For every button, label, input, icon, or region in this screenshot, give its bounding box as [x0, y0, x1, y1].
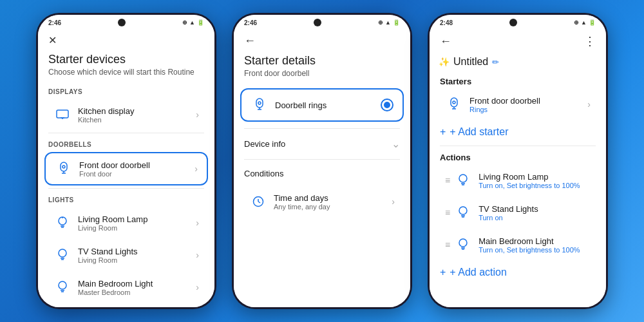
time-days-text: Time and days Any time, any day [274, 193, 392, 211]
list-item-action-tv-lights[interactable]: ≡ TV Stand Lights Turn on [436, 197, 600, 228]
chevron-time: › [392, 196, 395, 207]
chevron-bedroom: › [196, 282, 199, 292]
divider-2 [48, 188, 204, 189]
living-room-lamp-text: Living Room Lamp Living Room [78, 214, 196, 232]
page-subtitle-1: Choose which device will start this Rout… [38, 68, 214, 83]
doorbell-rings-text: Doorbell rings [275, 100, 381, 110]
main-bedroom-light-text: Main Bedroom Light Master Bedroom [78, 279, 196, 296]
doorbell-icon-1 [55, 160, 73, 178]
svg-point-4 [62, 166, 65, 168]
starter-doorbell-text: Front door doorbell Rings [469, 96, 587, 113]
camera-notch-3 [509, 19, 517, 26]
list-item-action-bedroom[interactable]: ≡ Main Bedroom Light Turn on, Set bright… [436, 229, 600, 260]
phone-3: 2:48 ⊕ ▲ 🔋 ← ⋮ ✨ Untitled ✏ Starters [428, 13, 608, 309]
status-time-3: 2:48 [440, 19, 453, 26]
page-title-2: Starter details [234, 52, 410, 69]
chevron-down-device-info: ⌄ [392, 138, 400, 150]
bulb-icon-action-3 [454, 236, 472, 254]
add-starter-button[interactable]: + + Add starter [430, 121, 606, 143]
action-tv-lights-text: TV Stand Lights Turn on [478, 204, 591, 222]
phone-1: 2:46 ⊕ ▲ 🔋 ✕ Starter devices Choose whic… [36, 13, 216, 309]
list-item-time-days[interactable]: Time and days Any time, any day › [240, 186, 404, 217]
list-item-tv-stand-lights[interactable]: TV Stand Lights Living Room › [44, 240, 208, 270]
divider-3 [244, 128, 400, 129]
bulb-icon-action-2 [454, 204, 472, 222]
close-button-1[interactable]: ✕ [48, 34, 57, 46]
conditions-row: Conditions [234, 162, 410, 185]
list-item-kitchen-display[interactable]: Kitchen display Kitchen › [44, 99, 208, 130]
svg-point-18 [258, 102, 261, 104]
camera-notch-1 [118, 19, 126, 26]
list-item-action-lamp[interactable]: ≡ Living Room Lamp Turn on, Set brightne… [436, 165, 600, 196]
back-button-3[interactable]: ← [440, 35, 451, 48]
svg-point-31 [459, 207, 467, 214]
starters-label: Starters [430, 73, 606, 88]
conditions-label: Conditions [244, 169, 400, 178]
status-time-2: 2:46 [244, 19, 257, 26]
svg-rect-24 [451, 98, 457, 107]
drag-handle-3: ≡ [445, 240, 450, 250]
drag-handle-1: ≡ [445, 175, 450, 185]
routine-title: Untitled [453, 56, 488, 68]
tv-stand-lights-text: TV Stand Lights Living Room [78, 247, 196, 264]
list-item-living-room-lamp[interactable]: Living Room Lamp Living Room › [44, 207, 208, 238]
scroll-area-3: Starters Front door doorbell Rings [430, 73, 606, 307]
list-item-main-bedroom-light[interactable]: Main Bedroom Light Master Bedroom › [44, 272, 208, 303]
section-displays: DISPLAYS [38, 83, 214, 98]
svg-rect-17 [256, 99, 263, 108]
page-title-1: Starter devices [38, 50, 214, 68]
chevron-starter: › [587, 99, 591, 109]
svg-point-25 [453, 101, 455, 104]
phone-2: 2:46 ⊕ ▲ 🔋 ← Starter details Front door … [232, 13, 412, 309]
action-lamp-text: Living Room Lamp Turn on, Set brightness… [478, 172, 591, 189]
edit-icon[interactable]: ✏ [492, 57, 499, 67]
drag-handle-2: ≡ [445, 207, 450, 218]
title-row-3: ✨ Untitled ✏ [430, 52, 606, 73]
section-lights: LIGHTS [38, 191, 214, 206]
chevron-tv: › [196, 250, 199, 260]
chevron-doorbell: › [194, 164, 198, 174]
bulb-icon-1 [53, 214, 71, 232]
page-subtitle-2: Front door doorbell [234, 69, 410, 84]
scroll-area-2: Doorbell rings Device info ⌄ Conditions [234, 84, 410, 307]
bulb-icon-2 [53, 246, 71, 264]
list-item-front-door-doorbell[interactable]: Front door doorbell Front door › [44, 152, 208, 185]
chevron-lamp: › [196, 218, 199, 228]
scroll-area-1: DISPLAYS Kitchen display Kitchen › [38, 83, 214, 307]
more-button-3[interactable]: ⋮ [584, 34, 596, 48]
svg-line-23 [258, 202, 260, 203]
divider-1 [48, 133, 204, 133]
status-icons-2: ⊕ ▲ 🔋 [378, 19, 400, 26]
bulb-icon-action-1 [454, 171, 472, 189]
doorbell-icon-3 [445, 95, 463, 113]
list-item-doorbell-rings[interactable]: Doorbell rings [240, 88, 404, 122]
section-doorbells: DOORBELLS [38, 136, 214, 151]
svg-point-14 [59, 281, 66, 289]
top-bar-1: ✕ [38, 29, 214, 50]
front-door-text: Front door doorbell Front door [79, 160, 194, 178]
top-bar-2: ← [234, 29, 410, 52]
status-bar-1: 2:46 ⊕ ▲ 🔋 [38, 15, 214, 29]
svg-point-28 [459, 175, 467, 182]
device-info-row[interactable]: Device info ⌄ [234, 131, 410, 156]
svg-rect-0 [57, 110, 68, 118]
doorbell-icon-2 [251, 96, 269, 114]
svg-point-34 [459, 239, 467, 247]
svg-point-11 [59, 249, 66, 257]
divider-4 [244, 159, 400, 160]
list-item-starter-doorbell[interactable]: Front door doorbell Rings › [436, 89, 600, 120]
kitchen-display-text: Kitchen display Kitchen [78, 106, 196, 124]
display-icon [53, 106, 71, 124]
svg-rect-3 [61, 162, 67, 171]
status-bar-2: 2:46 ⊕ ▲ 🔋 [234, 15, 410, 29]
top-bar-3: ← ⋮ [430, 29, 606, 52]
actions-label: Actions [430, 149, 606, 164]
add-action-button[interactable]: + + Add action [430, 261, 606, 283]
wand-icon: ✨ [439, 57, 450, 67]
camera-notch-2 [314, 19, 321, 26]
back-button-2[interactable]: ← [244, 34, 256, 48]
status-icons-1: ⊕ ▲ 🔋 [182, 19, 204, 26]
status-icons-3: ⊕ ▲ 🔋 [574, 19, 596, 26]
radio-doorbell-rings[interactable] [381, 99, 393, 111]
bulb-icon-3 [53, 278, 71, 296]
